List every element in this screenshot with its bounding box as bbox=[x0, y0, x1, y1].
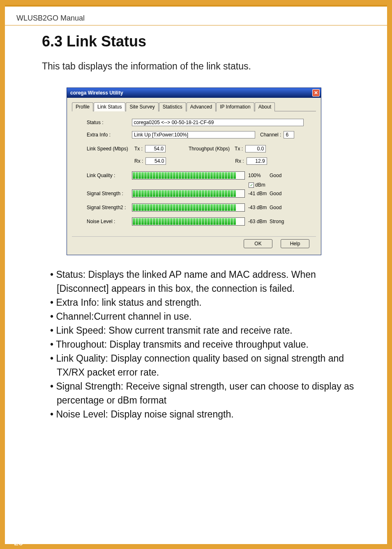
noise-level-label: Noise Level : bbox=[87, 219, 132, 224]
tp-rx-label: Rx : bbox=[235, 158, 244, 164]
tab-advanced[interactable]: Advanced bbox=[187, 102, 216, 111]
bullet-link-speed: • Link Speed: Show current transmit rate… bbox=[42, 323, 362, 337]
ls-tx-field[interactable]: 54.0 bbox=[145, 145, 166, 152]
tp-rx-field[interactable]: 12.9 bbox=[247, 157, 267, 165]
window-title: corega Wireless Utility bbox=[70, 90, 123, 96]
link-quality-label: Link Quality : bbox=[87, 173, 132, 178]
status-field[interactable]: corega0205 <--> 00-50-18-21-CF-69 bbox=[132, 119, 304, 126]
status-label: Status : bbox=[87, 120, 132, 125]
tab-about[interactable]: About bbox=[255, 102, 275, 111]
tp-tx-field[interactable]: 0.0 bbox=[245, 145, 266, 152]
tab-site-survey[interactable]: Site Survey bbox=[126, 102, 158, 111]
signal-strength-rating: Good bbox=[270, 191, 281, 196]
signal-strength2-label: Signal Strength2 : bbox=[87, 205, 132, 210]
noise-level-value: -63 dBm bbox=[248, 219, 270, 224]
section-title: 6.3 Link Status bbox=[42, 33, 362, 50]
tab-ip-information[interactable]: IP Information bbox=[216, 102, 254, 111]
linkspeed-label: Link Speed (Mbps) bbox=[87, 146, 132, 152]
dbm-label: dBm bbox=[255, 182, 265, 188]
ok-button[interactable]: OK bbox=[244, 239, 272, 248]
tab-link-status[interactable]: Link Status bbox=[94, 102, 125, 111]
extra-info-label: Extra Info : bbox=[87, 132, 132, 138]
app-window: corega Wireless Utility ✕ Profile Link S… bbox=[67, 88, 321, 255]
bullet-channel: • Channel:Current channel in use. bbox=[42, 309, 362, 323]
ls-rx-label: Rx : bbox=[134, 158, 143, 164]
tab-profile[interactable]: Profile bbox=[72, 102, 93, 111]
channel-label: Channel : bbox=[260, 132, 281, 138]
bullet-list: • Status: Displays the linked AP name an… bbox=[42, 268, 362, 421]
tabstrip: Profile Link Status Site Survey Statisti… bbox=[72, 102, 316, 111]
channel-field[interactable]: 6 bbox=[284, 131, 294, 138]
close-icon[interactable]: ✕ bbox=[312, 89, 320, 97]
dbm-checkbox[interactable]: ✓ bbox=[249, 182, 254, 188]
bullet-status: • Status: Displays the linked AP name an… bbox=[42, 268, 362, 295]
link-quality-rating: Good bbox=[270, 173, 281, 178]
link-quality-bar bbox=[132, 171, 245, 180]
help-button[interactable]: Help bbox=[281, 239, 309, 248]
extra-info-field[interactable]: Link Up [TxPower:100%] bbox=[132, 131, 255, 138]
tab-statistics[interactable]: Statistics bbox=[159, 102, 186, 111]
bullet-extra-info: • Extra Info: link status and strength. bbox=[42, 295, 362, 309]
manual-header: WLUSB2GO Manual bbox=[5, 7, 387, 25]
link-quality-value: 100% bbox=[248, 173, 270, 178]
tp-tx-label: Tx : bbox=[235, 146, 243, 152]
titlebar: corega Wireless Utility ✕ bbox=[67, 88, 321, 98]
intro-text: This tab displays the information of the… bbox=[42, 61, 362, 72]
noise-level-bar bbox=[132, 217, 245, 226]
ls-tx-label: Tx : bbox=[134, 146, 143, 152]
signal-strength-label: Signal Strength : bbox=[87, 191, 132, 196]
page-number: 20 bbox=[14, 538, 23, 547]
noise-level-rating: Strong bbox=[270, 219, 284, 224]
ls-rx-field[interactable]: 54.0 bbox=[145, 157, 166, 165]
bullet-link-quality: • Link Quality: Display connection quali… bbox=[42, 351, 362, 379]
signal-strength2-bar bbox=[132, 203, 245, 212]
signal-strength-value: -41 dBm bbox=[248, 191, 270, 196]
signal-strength2-rating: Good bbox=[270, 205, 281, 210]
bullet-noise-level: • Noise Level: Display noise signal stre… bbox=[42, 407, 362, 421]
bullet-throughout: • Throughout: Display transmits and rece… bbox=[42, 337, 362, 351]
signal-strength2-value: -43 dBm bbox=[248, 205, 270, 210]
signal-strength-bar bbox=[132, 189, 245, 198]
throughput-label: Throughput (Kbps) bbox=[189, 146, 230, 152]
bullet-signal-strength: • Signal Strength: Receive signal streng… bbox=[42, 379, 362, 407]
